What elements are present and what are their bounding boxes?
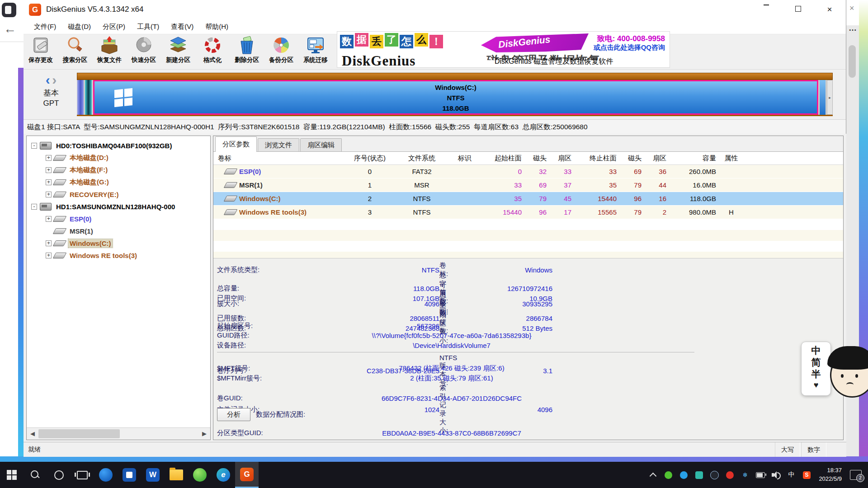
collapse-icon[interactable]: - (31, 204, 37, 210)
column-header[interactable]: 扇区 (549, 154, 574, 163)
column-header[interactable]: 标识 (447, 154, 483, 163)
back-arrow-icon[interactable]: ← (4, 22, 16, 36)
tree-item-windows-re-tools-3-[interactable]: +Windows RE tools(3) (27, 249, 210, 262)
collapse-icon[interactable]: - (31, 143, 37, 149)
disk-bar-scroll-arrow[interactable]: ▸ (827, 80, 833, 115)
partition-block-msr[interactable] (85, 80, 92, 115)
column-header[interactable]: 磁头 (524, 154, 549, 163)
search-partition-button[interactable]: 搜索分区 (58, 34, 92, 68)
search-button[interactable] (24, 462, 47, 488)
task-view-button[interactable] (71, 462, 94, 488)
tray-security[interactable] (725, 470, 734, 479)
cortana-button[interactable] (47, 462, 71, 488)
recover-files-button[interactable]: 恢复文件 (92, 34, 127, 68)
tray-qq[interactable] (710, 470, 719, 479)
ad-banner[interactable]: 数据丢了怎么！ DiskGenius 磁盘管理及数据恢复 DiskGenius … (337, 31, 670, 68)
tray-volume[interactable] (771, 470, 780, 479)
column-header[interactable]: 起始柱面 (483, 154, 524, 163)
tree-horizontal-scrollbar[interactable]: ◀ ▶ (27, 427, 210, 440)
expand-icon[interactable]: + (46, 155, 52, 161)
scroll-left-icon[interactable]: ◀ (27, 428, 38, 440)
system-migration-button[interactable]: 系统迁移 (298, 34, 333, 68)
tree-item-hd0-toshibamq04abf100-932gb-[interactable]: -HD0:TOSHIBAMQ04ABF100(932GB) (27, 140, 210, 152)
partition-row-windows-c-[interactable]: Windows(C:)2NTFS357945154409616118.0GB (213, 192, 843, 206)
partition-row-windows-re-tools-3-[interactable]: Windows RE tools(3)3NTFS1544096171556579… (213, 206, 843, 219)
scrollbar-thumb[interactable] (38, 429, 120, 438)
column-header[interactable]: 磁头 (619, 154, 644, 163)
titlebar[interactable]: G DiskGenius V5.4.3.1342 x64 × (24, 0, 846, 20)
tray-messenger[interactable] (679, 470, 688, 479)
format-button[interactable]: 格式化 (195, 34, 230, 68)
ad-qq-link[interactable]: 或点击此处选择QQ咨询 (594, 43, 665, 52)
action-center-button[interactable]: 2 (850, 470, 862, 480)
column-header[interactable]: 卷标 (213, 154, 343, 163)
menu-partition[interactable]: 分区(P) (97, 20, 131, 34)
delete-partition-button[interactable]: 删除分区 (230, 34, 264, 68)
tree-item-windows-c-[interactable]: +Windows(C:) (27, 237, 210, 249)
background-app-icon[interactable] (2, 3, 16, 17)
hidden-icons-chevron[interactable] (648, 470, 657, 479)
tab-browse-files[interactable]: 浏览文件 (258, 138, 299, 151)
tree-item--g-[interactable]: +本地磁盘(G:) (27, 176, 210, 188)
maximize-button[interactable] (788, 2, 808, 17)
analyze-button[interactable]: 分析 (217, 408, 250, 421)
expand-icon[interactable]: + (46, 167, 52, 173)
menu-file[interactable]: 文件(F) (28, 20, 62, 34)
expand-icon[interactable]: + (46, 253, 52, 258)
taskbar-app-360-browser[interactable] (188, 462, 212, 488)
previous-disk-icon[interactable]: ‹ (46, 72, 50, 87)
scroll-right-icon[interactable]: ▶ (198, 428, 210, 440)
expand-icon[interactable]: + (46, 179, 52, 185)
column-header[interactable]: 序号(状态) (343, 154, 397, 163)
tab-partition-parameters[interactable]: 分区参数 (215, 136, 257, 152)
menu-view[interactable]: 查看(V) (165, 20, 199, 34)
taskbar-app-file-explorer[interactable] (165, 462, 188, 488)
taskbar-clock[interactable]: 18:37 2022/5/9 (819, 466, 842, 483)
menu-help[interactable]: 帮助(H) (199, 20, 234, 34)
partition-block-windows-c[interactable]: Windows(C:) NTFS 118.0GB (93, 80, 818, 115)
start-button[interactable] (0, 462, 24, 488)
menu-tools[interactable]: 工具(T) (131, 20, 165, 34)
taskbar-app-edge[interactable]: e (212, 462, 235, 488)
tree-item-hd1-samsungmznln128hahq-000[interactable]: -HD1:SAMSUNGMZNLN128HAHQ-000 (27, 201, 210, 213)
background-scrollbar-thumb[interactable] (849, 45, 856, 78)
taskbar-app-word[interactable]: W (141, 462, 165, 488)
tree-item--d-[interactable]: +本地磁盘(D:) (27, 152, 210, 164)
tree-item--f-[interactable]: +本地磁盘(F:) (27, 164, 210, 176)
background-close-icon[interactable]: × (849, 4, 854, 13)
column-header[interactable]: 扇区 (644, 154, 669, 163)
column-header[interactable]: 容量 (669, 154, 719, 163)
background-more-icon[interactable]: … (849, 23, 857, 33)
taskbar-app-blue[interactable] (118, 462, 141, 488)
column-header[interactable]: 终止柱面 (574, 154, 619, 163)
next-disk-icon[interactable]: › (52, 72, 57, 87)
tree-item-recovery-e-[interactable]: +RECOVERY(E:) (27, 188, 210, 201)
taskbar-app-diskgenius[interactable]: G (235, 462, 259, 488)
tray-battery[interactable] (756, 470, 765, 479)
expand-icon[interactable]: + (46, 216, 52, 222)
save-changes-button[interactable]: 保存更改 (24, 34, 58, 68)
column-header[interactable]: 属性 (719, 154, 744, 163)
partition-row-esp-0-[interactable]: ESP(0)0FAT3203233336936260.0MB (213, 165, 843, 178)
tree-item-msr-1-[interactable]: +MSR(1) (27, 225, 210, 237)
tab-sector-edit[interactable]: 扇区编辑 (300, 138, 342, 151)
partition-row-msr-1-[interactable]: MSR(1)1MSR33693735794416.0MB (213, 178, 843, 192)
ime-indicator[interactable]: 中 (787, 470, 796, 479)
close-button[interactable]: × (819, 2, 840, 17)
tray-snowflake[interactable]: ❄ (741, 470, 750, 479)
backup-partition-button[interactable]: 备份分区 (264, 34, 298, 68)
tray-netdisk[interactable] (694, 470, 703, 479)
taskbar-app-thunder[interactable] (94, 462, 118, 488)
partition-block-esp[interactable] (77, 80, 84, 115)
minimize-button[interactable] (756, 2, 777, 17)
menu-disk[interactable]: 磁盘(D) (62, 20, 97, 34)
tray-wechat[interactable] (664, 470, 673, 479)
tray-sogou[interactable]: S (802, 470, 811, 479)
partition-block-re-tools[interactable] (820, 80, 826, 115)
new-partition-button[interactable]: 新建分区 (161, 34, 195, 68)
tree-item-esp-0-[interactable]: +ESP(0) (27, 213, 210, 225)
column-header[interactable]: 文件系统 (397, 154, 447, 163)
expand-icon[interactable]: + (46, 192, 52, 197)
quick-partition-button[interactable]: 快速分区 (127, 34, 161, 68)
expand-icon[interactable]: + (46, 240, 52, 246)
